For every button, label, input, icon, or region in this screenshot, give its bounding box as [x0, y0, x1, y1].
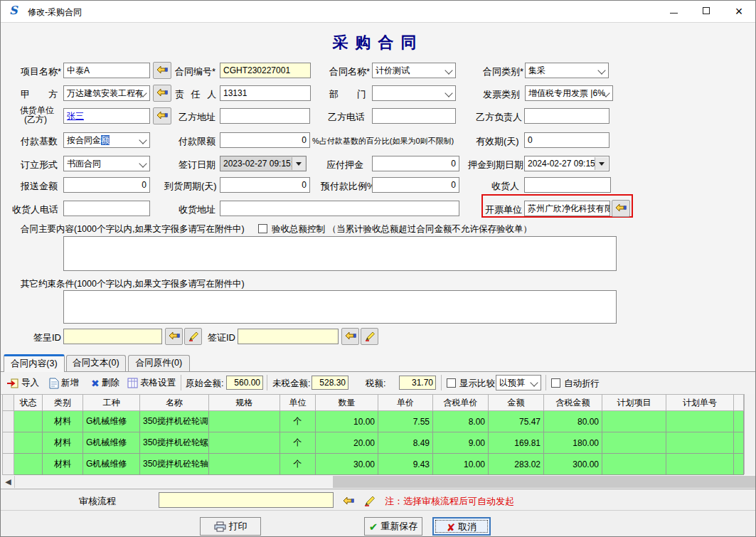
project-picker-button[interactable]: [153, 62, 171, 79]
table-cell[interactable]: 材料: [43, 411, 83, 432]
sign-id-input[interactable]: [63, 329, 162, 344]
form-type-select[interactable]: 书面合同: [63, 156, 150, 171]
table-cell[interactable]: [209, 432, 280, 454]
table-cell[interactable]: [666, 432, 734, 454]
sign-id-sign-button[interactable]: [184, 328, 202, 345]
main-content-textarea[interactable]: [63, 236, 617, 271]
invoice-type-select[interactable]: 增值税专用发票 |6%: [525, 85, 613, 101]
visa-id-picker-button[interactable]: [341, 328, 359, 345]
horizontal-scrollbar[interactable]: ◀: [2, 476, 755, 488]
auto-wrap-checkbox[interactable]: [551, 378, 560, 388]
vertical-scrollbar[interactable]: [744, 394, 756, 474]
table-cell[interactable]: 350搅拌机砼轮螺: [140, 432, 209, 454]
review-flow-input[interactable]: [159, 492, 334, 508]
table-cell[interactable]: 180.00: [544, 432, 602, 454]
calendar-dropdown-button[interactable]: [292, 157, 305, 170]
table-cell[interactable]: [209, 411, 280, 432]
visa-id-input[interactable]: [238, 329, 339, 344]
visa-id-sign-button[interactable]: [361, 328, 378, 345]
table-row[interactable]: 材料G机械维修350搅拌机砼轮调个10.007.558.0075.4780.00: [3, 411, 744, 432]
table-cell[interactable]: G机械维修: [83, 411, 140, 432]
prepay-ratio-input[interactable]: 0: [372, 177, 459, 193]
supplier-picker-button[interactable]: [153, 107, 171, 124]
table-cell[interactable]: [602, 432, 666, 454]
scrollbar-thumb[interactable]: [15, 476, 333, 488]
party-a-select[interactable]: 万达建筑安装工程有: [63, 85, 150, 101]
manager-input[interactable]: 13131: [220, 85, 311, 101]
table-setup-button[interactable]: 表格设置: [127, 374, 176, 391]
table-cell[interactable]: 8.49: [378, 432, 433, 454]
tab-contract-text[interactable]: 合同文本(0): [66, 355, 126, 372]
pay-limit-input[interactable]: 0: [220, 132, 310, 148]
table-cell[interactable]: [666, 411, 734, 432]
party-a-picker-button[interactable]: [153, 85, 171, 102]
table-cell[interactable]: 80.00: [544, 411, 602, 432]
table-cell[interactable]: 30.00: [316, 454, 378, 475]
sign-id-picker-button[interactable]: [165, 328, 183, 345]
scroll-left-icon[interactable]: ◀: [2, 476, 14, 488]
review-sign-button[interactable]: [361, 493, 378, 510]
receive-address-input[interactable]: [220, 201, 459, 216]
contract-no-input[interactable]: CGHT230227001: [220, 63, 311, 78]
project-name-input[interactable]: 中泰A: [63, 63, 150, 78]
table-cell[interactable]: 材料: [43, 432, 83, 454]
deposit-input[interactable]: 0: [372, 156, 459, 171]
table-cell[interactable]: [209, 454, 280, 475]
add-row-button[interactable]: 新增: [49, 374, 79, 391]
table-cell[interactable]: 9.43: [378, 454, 433, 475]
table-cell[interactable]: [14, 454, 43, 475]
table-cell[interactable]: [666, 454, 734, 475]
table-cell[interactable]: 169.81: [489, 432, 544, 454]
table-cell[interactable]: 75.47: [489, 411, 544, 432]
contract-name-select[interactable]: 计价测试: [372, 63, 456, 78]
show-compare-checkbox[interactable]: [447, 378, 456, 388]
calendar-dropdown-button[interactable]: [595, 157, 608, 170]
row-selector[interactable]: [3, 411, 14, 432]
tab-contract-original[interactable]: 合同原件(0): [128, 355, 190, 372]
table-cell[interactable]: 材料: [43, 454, 83, 475]
review-picker-button[interactable]: [340, 494, 357, 511]
minimize-button[interactable]: [657, 1, 690, 22]
sign-date-picker[interactable]: 2023-02-27 09:15:: [220, 156, 307, 171]
invoice-unit-picker-button[interactable]: [612, 200, 630, 217]
table-cell[interactable]: 个: [280, 432, 316, 454]
invoice-unit-input[interactable]: 苏州广欣净化科技有限: [524, 201, 610, 216]
table-cell[interactable]: 个: [280, 454, 316, 475]
table-cell[interactable]: 20.00: [316, 432, 378, 454]
compare-mode-select[interactable]: 以预算: [496, 375, 541, 390]
b-manager-input[interactable]: [524, 108, 609, 124]
maximize-button[interactable]: [690, 1, 723, 22]
contract-type-select[interactable]: 集采: [525, 63, 609, 78]
report-amount-input[interactable]: 0: [63, 177, 150, 193]
delivery-cycle-input[interactable]: 0: [220, 177, 310, 193]
table-row[interactable]: 材料G机械维修350搅拌机砼轮螺个20.008.499.00169.81180.…: [3, 432, 744, 454]
import-button[interactable]: 导入: [6, 374, 39, 391]
b-address-input[interactable]: [220, 108, 310, 124]
pay-base-select[interactable]: 按合同金额: [63, 132, 150, 148]
cancel-button[interactable]: ✘取消: [432, 517, 491, 536]
table-row[interactable]: 材料G机械维修350搅拌机砼轮轴个30.009.4310.00283.02300…: [3, 454, 744, 475]
table-cell[interactable]: G机械维修: [83, 454, 140, 475]
close-button[interactable]: ×: [723, 1, 755, 22]
acceptance-total-checkbox[interactable]: [258, 224, 267, 233]
table-cell[interactable]: 个: [280, 411, 316, 432]
table-cell[interactable]: [14, 432, 43, 454]
table-cell[interactable]: 350搅拌机砼轮轴: [140, 454, 209, 475]
b-phone-input[interactable]: [372, 108, 456, 124]
table-cell[interactable]: [602, 411, 666, 432]
delete-row-button[interactable]: ✖删除: [91, 374, 119, 391]
table-cell[interactable]: 300.00: [544, 454, 602, 475]
tab-contract-content[interactable]: 合同内容(3): [4, 354, 65, 372]
table-cell[interactable]: 10.00: [316, 411, 378, 432]
table-cell[interactable]: 350搅拌机砼轮调: [140, 411, 209, 432]
other-terms-textarea[interactable]: [63, 290, 617, 324]
table-cell[interactable]: 9.00: [433, 432, 489, 454]
row-selector[interactable]: [3, 432, 14, 454]
print-button[interactable]: 打印: [200, 517, 261, 536]
receiver-input[interactable]: [524, 177, 611, 193]
table-cell[interactable]: 283.02: [489, 454, 544, 475]
resave-button[interactable]: ✔重新保存: [364, 517, 422, 536]
table-cell[interactable]: 8.00: [433, 411, 489, 432]
supplier-input[interactable]: 张三: [63, 108, 150, 124]
receiver-phone-input[interactable]: [63, 201, 150, 216]
